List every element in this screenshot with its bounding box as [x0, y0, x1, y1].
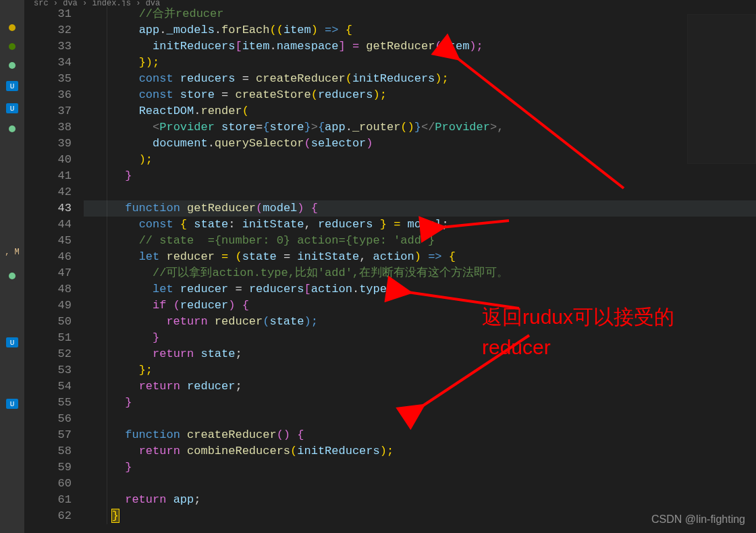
editor-pane: src › dva › index.js › dva 3132333435363… — [24, 0, 756, 533]
scm-badge[interactable]: U — [6, 103, 18, 113]
code-line[interactable] — [84, 184, 756, 200]
code-line[interactable]: app._models.forEach((item) => { — [84, 22, 756, 38]
code-line[interactable]: return reducer; — [84, 378, 756, 395]
scm-label: , M — [5, 244, 20, 260]
watermark: CSDN @lin-fighting — [651, 511, 745, 528]
code-line[interactable]: } — [84, 168, 756, 184]
code-line[interactable]: //可以拿到action.type,比如'add',在判断有没有这个方法即可。 — [84, 265, 756, 281]
code-line[interactable]: let reducer = (state = initState, action… — [84, 249, 756, 265]
code-line[interactable]: }); — [84, 55, 756, 71]
code-line[interactable]: function createReducer() { — [84, 427, 756, 443]
code-line[interactable]: initReducers[item.namespace] = getReduce… — [84, 38, 756, 55]
code-line[interactable]: } — [84, 395, 756, 411]
status-dot — [9, 125, 16, 132]
status-dot — [9, 273, 16, 279]
scm-badge[interactable]: U — [6, 399, 18, 409]
code-line[interactable]: ReactDOM.render( — [84, 103, 756, 119]
code-line[interactable]: return reducer(state); — [84, 314, 756, 330]
code-line[interactable]: <Provider store={store}>{app._router()}<… — [84, 119, 756, 136]
status-dot — [9, 24, 16, 31]
code-line[interactable]: }; — [84, 362, 756, 378]
activity-bar: U U , M U U — [0, 0, 24, 533]
code-line[interactable]: return state; — [84, 346, 756, 362]
code-line[interactable]: function getReducer(model) { — [84, 200, 756, 217]
scm-badge[interactable]: U — [6, 337, 18, 347]
code-line[interactable] — [84, 411, 756, 427]
code-line[interactable]: document.querySelector(selector) — [84, 136, 756, 152]
code-line[interactable]: ); — [84, 152, 756, 168]
scm-badge[interactable]: U — [6, 81, 18, 91]
code-lines[interactable]: //合并reducer app._models.forEach((item) =… — [84, 6, 756, 533]
status-dot — [9, 62, 16, 69]
code-line[interactable]: return app; — [84, 492, 756, 508]
code-line[interactable]: const { state: initState, reducers } = m… — [84, 217, 756, 233]
code-line[interactable]: } — [84, 459, 756, 476]
code-line[interactable]: let reducer = reducers[action.type]; — [84, 281, 756, 298]
code-line[interactable]: return combineReducers(initReducers); — [84, 443, 756, 459]
code-line[interactable] — [84, 476, 756, 492]
code-line[interactable]: const reducers = createReducer(initReduc… — [84, 71, 756, 87]
code-line[interactable]: if (reducer) { — [84, 298, 756, 314]
indent-guide — [107, 6, 107, 524]
breadcrumb[interactable]: src › dva › index.js › dva — [24, 0, 756, 6]
code-line[interactable]: } — [84, 330, 756, 346]
code-line[interactable]: const store = createStore(reducers); — [84, 87, 756, 103]
code-line[interactable]: //合并reducer — [84, 6, 756, 22]
vscode-root: U U , M U U src › dva › index.js › dva 3… — [0, 0, 756, 533]
status-dot — [9, 43, 16, 50]
code-editor[interactable]: 3132333435363738394041424344454647484950… — [24, 6, 756, 533]
code-line[interactable]: // state ={number: 0} action={type: 'add… — [84, 233, 756, 249]
gutter: 3132333435363738394041424344454647484950… — [24, 6, 84, 533]
minimap[interactable] — [687, 14, 756, 164]
